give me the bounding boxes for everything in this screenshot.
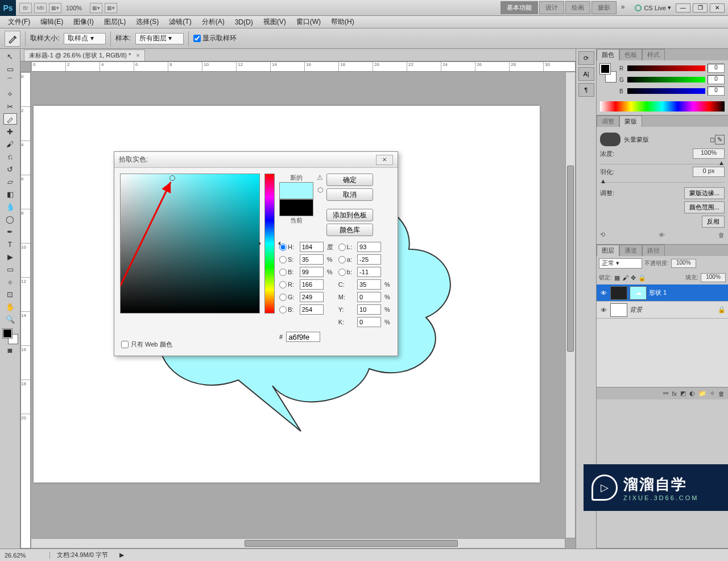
invert-button[interactable]: 反相: [702, 216, 725, 228]
character-panel-icon[interactable]: A|: [578, 67, 594, 81]
workspace-photo[interactable]: 摄影: [592, 1, 617, 14]
current-tool-icon[interactable]: [5, 31, 20, 47]
tool-shape[interactable]: ▭: [3, 263, 17, 275]
color-mini-swatch[interactable]: [600, 64, 616, 82]
tab-paths[interactable]: 路径: [642, 245, 665, 256]
tool-magic-wand[interactable]: ✧: [3, 88, 17, 100]
web-only-checkbox[interactable]: 只有 Web 颜色: [121, 340, 172, 349]
scrollbar-h-thumb[interactable]: [245, 540, 458, 547]
dialog-titlebar[interactable]: 拾取实色: ✕: [114, 152, 398, 168]
scrollbar-v-thumb[interactable]: [567, 166, 574, 352]
layer-row-shape1[interactable]: 👁 ☁ 形状 1: [597, 284, 728, 302]
menu-view[interactable]: 视图(V): [259, 16, 291, 28]
menu-3d[interactable]: 3D(D): [230, 17, 258, 27]
input-g[interactable]: [300, 292, 324, 302]
input-r[interactable]: [300, 279, 324, 290]
tool-move[interactable]: ↖: [3, 51, 17, 62]
current-color-swatch[interactable]: [279, 199, 313, 216]
paragraph-panel-icon[interactable]: ¶: [578, 83, 594, 97]
slider-g[interactable]: [627, 77, 705, 82]
menu-select[interactable]: 选择(S): [131, 16, 163, 28]
workspace-essentials[interactable]: 基本功能: [500, 1, 538, 14]
color-swatches[interactable]: [3, 329, 18, 344]
gamut-warning-icon[interactable]: ⚠: [317, 174, 323, 182]
tool-marquee[interactable]: ▭: [3, 63, 17, 75]
tool-history-brush[interactable]: ↺: [3, 163, 17, 175]
screenfill-icon[interactable]: ▦▾: [105, 3, 117, 13]
workspace-more[interactable]: »: [618, 1, 628, 14]
tab-channels[interactable]: 通道: [619, 245, 642, 256]
tool-lasso[interactable]: ⌒: [3, 76, 17, 87]
group-icon[interactable]: 📁: [698, 390, 706, 397]
title-zoom[interactable]: 100%: [66, 5, 82, 11]
tool-eyedropper[interactable]: [3, 113, 17, 125]
radio-b[interactable]: [279, 269, 287, 276]
web-only-input[interactable]: [121, 341, 129, 348]
input-hex[interactable]: [286, 332, 320, 342]
scrollbar-horizontal[interactable]: [31, 538, 565, 548]
document-tab[interactable]: 未标题-1 @ 26.6% (形状 1, RGB/8) * ×: [24, 50, 145, 61]
value-r[interactable]: 0: [708, 64, 725, 73]
input-y[interactable]: [357, 304, 381, 315]
tool-gradient[interactable]: ◧: [3, 188, 17, 200]
link-layers-icon[interactable]: ⚯: [663, 390, 668, 397]
tab-styles[interactable]: 样式: [642, 49, 665, 60]
show-ring-input[interactable]: [193, 35, 201, 42]
color-range-button[interactable]: 颜色范围...: [684, 201, 725, 213]
tab-swatches[interactable]: 色板: [619, 49, 642, 60]
radio-s[interactable]: [279, 256, 287, 263]
layer-row-background[interactable]: 👁 背景 🔒: [597, 302, 728, 319]
input-c[interactable]: [357, 279, 381, 290]
tool-dodge[interactable]: ◯: [3, 213, 17, 225]
sample-size-select[interactable]: 取样点 ▾: [64, 33, 105, 44]
workspace-painting[interactable]: 绘画: [565, 1, 590, 14]
feather-input[interactable]: 0 px: [693, 167, 725, 177]
tool-3d[interactable]: ⟐: [3, 276, 17, 287]
tool-type[interactable]: T: [3, 238, 17, 250]
minimize-button[interactable]: —: [676, 3, 690, 13]
websafe-warning-icon[interactable]: ⬡: [317, 186, 323, 194]
cancel-button[interactable]: 取消: [326, 188, 373, 201]
tool-eraser[interactable]: ▱: [3, 176, 17, 187]
fg-swatch[interactable]: [3, 329, 12, 338]
value-g[interactable]: 0: [708, 75, 725, 84]
lock-all[interactable]: 🔒: [638, 274, 646, 282]
cslive-button[interactable]: CS Live ▾: [635, 4, 671, 11]
mask-delete-icon[interactable]: 🗑: [718, 232, 725, 238]
visibility-toggle[interactable]: 👁: [599, 290, 608, 296]
history-panel-icon[interactable]: ⟳: [578, 51, 594, 65]
status-zoom[interactable]: 26.62%: [5, 552, 50, 559]
input-bv[interactable]: [300, 267, 324, 277]
lock-position[interactable]: ✥: [631, 274, 636, 282]
menu-filter[interactable]: 滤镜(T): [164, 16, 196, 28]
vector-mask-btn[interactable]: ✎: [715, 135, 725, 145]
lock-pixels[interactable]: 🖌: [622, 274, 628, 281]
input-h[interactable]: [300, 242, 324, 252]
layer-name[interactable]: 形状 1: [649, 288, 726, 297]
close-button[interactable]: ✕: [710, 3, 725, 13]
blend-mode-select[interactable]: 正常 ▾: [599, 258, 642, 269]
menu-analysis[interactable]: 分析(A): [197, 16, 229, 28]
radio-l[interactable]: [338, 244, 346, 251]
menu-help[interactable]: 帮助(H): [326, 16, 359, 28]
layer-thumb[interactable]: [610, 286, 627, 300]
status-arrow[interactable]: ▶: [119, 551, 124, 559]
radio-a[interactable]: [338, 256, 346, 263]
tool-hand[interactable]: ✋: [3, 301, 17, 312]
feather-slider[interactable]: ▲: [600, 179, 725, 183]
tab-layers[interactable]: 图层: [597, 245, 619, 256]
show-ring-checkbox[interactable]: 显示取样环: [193, 34, 237, 43]
new-layer-icon[interactable]: ✧: [710, 390, 715, 397]
density-input[interactable]: 100%: [693, 148, 725, 159]
fx-icon[interactable]: fx: [672, 390, 677, 397]
saturation-value-area[interactable]: [120, 174, 260, 314]
layer-name[interactable]: 背景: [630, 306, 715, 314]
pixel-mask-btn[interactable]: ◻: [710, 136, 715, 143]
dialog-close-button[interactable]: ✕: [376, 155, 393, 165]
tool-stamp[interactable]: ⎌: [3, 151, 17, 162]
arrange-docs-icon[interactable]: ▦▾: [90, 3, 102, 13]
layer-mask-thumb[interactable]: ☁: [630, 286, 647, 300]
status-docinfo[interactable]: 文档:24.9M/0 字节: [57, 551, 113, 559]
input-s[interactable]: [300, 254, 324, 265]
color-lib-button[interactable]: 颜色库: [326, 224, 373, 236]
